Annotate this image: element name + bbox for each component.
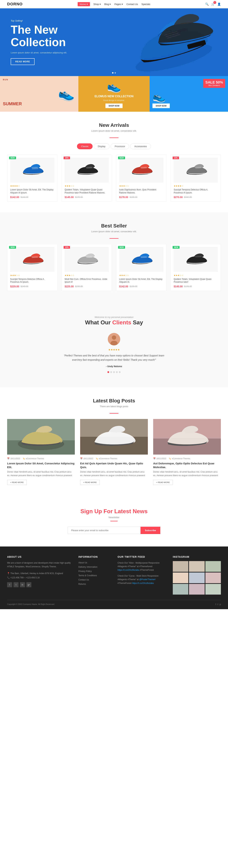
price-new-3: $178.00: [119, 196, 128, 198]
promo-banner-sale: SALE 50% Men Sneakers 👟 SHOP NOW: [150, 76, 228, 112]
tab-classic[interactable]: Classic: [77, 144, 93, 149]
product-badge-2: 35%: [64, 157, 70, 159]
product-name-4: Suscipit Tempora Delectus Officia A. Pos…: [174, 188, 218, 194]
blog-card-2: 📅 18/11/2022 🏷️ eCommerce Themes Est Ad …: [80, 419, 148, 485]
blog-section: Latest Blog Posts There are latest blogs…: [0, 387, 228, 496]
insta-thumb-5[interactable]: [189, 572, 204, 583]
footer-link-about[interactable]: About Us: [78, 561, 110, 564]
testimonial-heading-pre: What Our: [85, 319, 112, 326]
blog-category-2: 🏷️ eCommerce Themes: [96, 458, 117, 460]
hero-dot-1[interactable]: [112, 72, 113, 73]
insta-thumb-8[interactable]: [189, 584, 204, 595]
insta-thumb-9[interactable]: [205, 584, 221, 595]
product-image-2: [65, 158, 109, 183]
bs-product-image-4: [174, 247, 218, 272]
blog-meta-2: 📅 18/11/2022 🏷️ eCommerce Themes: [80, 458, 148, 460]
footer-twitter-icon[interactable]: t: [13, 582, 19, 587]
search-icon[interactable]: 🔍: [205, 2, 209, 6]
product-card-2: 35% ★★★☆☆ Quidem Totam, Voluptatem Quae …: [62, 155, 112, 202]
footer-bottom-facebook[interactable]: f: [216, 603, 216, 606]
tab-display[interactable]: Display: [94, 144, 109, 149]
product-badge-3: NEW: [118, 157, 125, 159]
insta-thumb-6[interactable]: [205, 572, 221, 583]
nav-link-blog[interactable]: Blog ▾: [104, 3, 111, 5]
footer-link-contact[interactable]: Contact Us: [78, 578, 110, 581]
newsletter-subscribe-button[interactable]: Subscribe: [140, 527, 160, 534]
footer-link-returns[interactable]: Returns: [78, 583, 110, 585]
promo-sale-percent: SALE 50%: [205, 80, 223, 85]
insta-thumb-3[interactable]: [205, 561, 221, 572]
footer-link-privacy[interactable]: Privacy Policy: [78, 570, 110, 572]
bs-name-4: Quidem Totam, Voluptatem Quae Quasi Poss…: [174, 278, 218, 284]
t-dot-4[interactable]: [116, 371, 118, 373]
footer-phone: 📞 +123.456.789 – +123.456.5.16: [7, 576, 71, 580]
insta-thumb-1[interactable]: [173, 561, 188, 572]
insta-thumb-4[interactable]: [173, 572, 188, 583]
insta-thumb-2[interactable]: [189, 561, 204, 572]
twitter-feed-1: Check Out "Alice - Multipurpose Responsi…: [118, 561, 166, 572]
blog-read-more-1[interactable]: + READ MORE: [7, 480, 27, 485]
nav-item-blog[interactable]: Blog ▾: [104, 3, 111, 5]
nav-item-home[interactable]: Home ▾: [78, 3, 90, 5]
promo-sale-cta[interactable]: SHOP NOW: [153, 103, 170, 108]
footer-link-delivery[interactable]: Delivery Information: [78, 565, 110, 568]
testimonial-author: - Undy Neloms: [7, 365, 221, 368]
product-stars-4: ★★★★☆: [174, 185, 218, 187]
t-dot-5[interactable]: [119, 371, 121, 373]
blog-post-title-1: Lorem Ipsum Dolor Sit Amet, Consectetur …: [7, 462, 75, 469]
hero-dot-2[interactable]: [115, 72, 116, 73]
nav-link-contact[interactable]: Contact Us: [127, 3, 138, 5]
price-new-2: $145.00: [65, 196, 74, 198]
footer-bottom-twitter[interactable]: t: [218, 603, 218, 606]
nav-item-shop[interactable]: Shop ▾: [94, 3, 101, 5]
blog-subtitle: There are latest blogs posts: [7, 405, 221, 408]
footer-links: About Us Delivery Information Privacy Po…: [78, 561, 110, 585]
blog-grid: 📅 18/11/2022 🏷️ eCommerce Themes Lorem I…: [7, 419, 221, 485]
price-new-1: $142.00: [10, 196, 19, 198]
product-card-3: NEW ★★★☆☆ Iusto Dignissimos Illum. Quis …: [116, 155, 166, 202]
t-dot-1[interactable]: [107, 371, 109, 373]
t-dot-3[interactable]: [113, 371, 115, 373]
bs-product-badge-2: 12%: [64, 246, 70, 249]
footer-bottom-pinterest[interactable]: p: [220, 603, 221, 606]
nav-link-home[interactable]: Home ▾: [78, 2, 90, 6]
user-icon[interactable]: 👤: [217, 2, 221, 6]
footer-about-text: We are a team of designers and developer…: [7, 561, 71, 569]
tab-processor[interactable]: Processor: [110, 144, 129, 149]
nav-link-specials[interactable]: Specials: [141, 3, 150, 5]
product-image-1: [10, 158, 54, 183]
hero-cta-button[interactable]: READ MORE: [11, 58, 35, 65]
product-card-4: 12% ★★★★☆ Suscipit Tempora Delectus Offi…: [171, 155, 221, 202]
footer-info-col: INFORMATION About Us Delivery Informatio…: [78, 555, 110, 595]
nav-link-pages[interactable]: Pages ▾: [115, 3, 123, 5]
bs-price-old-4: $198.00: [184, 285, 192, 288]
footer-linkedin-icon[interactable]: in: [20, 582, 25, 587]
footer-facebook-icon[interactable]: f: [7, 582, 12, 587]
insta-thumb-7[interactable]: [173, 584, 188, 595]
blog-read-more-2[interactable]: + READ MORE: [80, 480, 100, 485]
footer-copyright: Copyright © 2022 Company Name. All Right…: [7, 603, 54, 605]
newsletter-email-input[interactable]: [68, 527, 140, 534]
bs-stars-1: ★★★☆☆: [10, 274, 54, 277]
product-price-2: $145.00 $195.00: [65, 196, 109, 198]
tab-accessories[interactable]: Accessories: [130, 144, 151, 149]
blog-excerpt-3: Donec vitae hendrerit arcu, sit amet fau…: [153, 470, 221, 477]
new-arrivals-title: New Arrivals: [7, 122, 221, 128]
t-dot-2[interactable]: [110, 371, 112, 373]
nav-item-pages[interactable]: Pages ▾: [115, 3, 123, 5]
promo-elomus-cta[interactable]: SHOP NOW: [105, 103, 123, 108]
footer-instagram-col: INSTAGRAM: [173, 555, 221, 595]
product-badge-4: 12%: [173, 157, 179, 159]
blog-read-more-3[interactable]: + READ MORE: [153, 480, 173, 485]
nav-item-contact[interactable]: Contact Us: [127, 3, 138, 5]
footer-googleplus-icon[interactable]: g+: [26, 582, 31, 587]
product-name-3: Iusto Dignissimos Illum. Quis Provident …: [119, 188, 163, 194]
nav-item-specials[interactable]: Specials: [141, 3, 150, 5]
newsletter-subtitle: Newsletter: [7, 516, 221, 519]
brand-logo[interactable]: DORNO: [7, 2, 23, 6]
footer-link-terms[interactable]: Terms & Conditions: [78, 574, 110, 577]
cart-icon-wrap[interactable]: 🛒 2: [211, 2, 215, 6]
navbar: DORNO Home ▾ Shop ▾ Blog ▾ Pages ▾ Conta…: [0, 0, 228, 8]
bs-price-old-1: $249.00: [21, 285, 28, 288]
nav-link-shop[interactable]: Shop ▾: [94, 3, 101, 5]
